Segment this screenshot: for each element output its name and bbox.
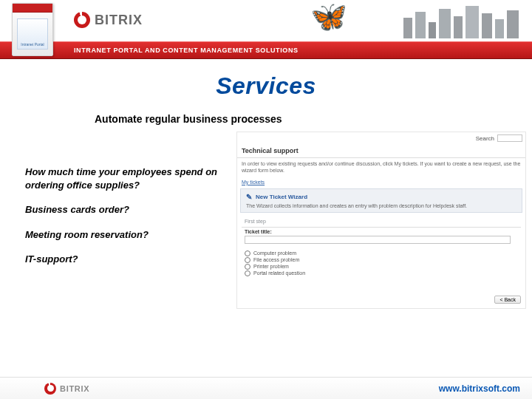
radio-portal[interactable] <box>245 270 250 276</box>
slide-footer: BITRIX www.bitrixsoft.com <box>0 377 532 399</box>
ticket-title-field: Ticket title: <box>237 228 525 247</box>
my-tickets-link[interactable]: My tickets <box>242 180 265 185</box>
product-box-caption: Intranet Portal <box>17 18 48 50</box>
radio-computer[interactable] <box>245 250 250 256</box>
ticket-title-input[interactable] <box>245 236 511 244</box>
radio-row[interactable]: Portal related question <box>245 270 518 276</box>
product-box-graphic: Intranet Portal <box>12 3 53 56</box>
divider <box>237 157 525 158</box>
skyline-graphic <box>399 3 532 38</box>
slide-title: Services <box>0 72 532 100</box>
question-list: How much time your employees spend on or… <box>25 166 239 278</box>
radio-label: Portal related question <box>253 270 305 276</box>
radio-row[interactable]: File access problem <box>245 257 518 263</box>
first-step-label: First step <box>237 213 525 227</box>
back-button[interactable]: < Back <box>494 296 521 304</box>
footer-brand: BITRIX <box>60 384 89 393</box>
radio-fileaccess[interactable] <box>245 257 250 263</box>
panel-intro: In order to view existing requests and/o… <box>237 161 525 177</box>
ticket-title-label: Ticket title: <box>245 229 518 234</box>
slide-header: Intranet Portal BITRIX 🦋 INTRANET PORTAL… <box>0 0 532 59</box>
footer-logo: BITRIX <box>44 383 89 395</box>
brand-logo: BITRIX <box>74 12 143 28</box>
bitrix-mark-icon <box>44 383 56 395</box>
wizard-title: New Ticket Wizard <box>256 194 307 200</box>
search-row: Search <box>237 132 525 144</box>
brand-name: BITRIX <box>95 13 143 28</box>
footer-url: www.bitrixsoft.com <box>439 383 520 394</box>
header-top: Intranet Portal BITRIX 🦋 <box>0 0 532 41</box>
bitrix-mark-icon <box>74 12 90 28</box>
panel-heading: Technical support <box>237 144 525 156</box>
radio-row[interactable]: Printer problem <box>245 264 518 270</box>
problem-type-radios: Computer problem File access problem Pri… <box>237 247 525 279</box>
radio-row[interactable]: Computer problem <box>245 250 518 256</box>
question-3: Meeting room reservation? <box>25 228 239 242</box>
question-2: Business cards order? <box>25 203 239 216</box>
slide-subtitle: Automate regular business processes <box>95 113 532 125</box>
question-1: How much time your employees spend on or… <box>25 166 239 191</box>
wizard-icon: ✎ <box>246 193 252 201</box>
search-label: Search <box>476 135 494 142</box>
radio-label: Computer problem <box>253 250 296 256</box>
search-input[interactable] <box>497 134 522 142</box>
helpdesk-panel: Search Technical support In order to vie… <box>236 132 526 309</box>
wizard-bar: ✎ New Ticket Wizard The Wizard collects … <box>240 188 522 213</box>
question-4: IT-support? <box>25 253 239 266</box>
radio-label: File access problem <box>253 257 299 262</box>
radio-printer[interactable] <box>245 264 250 270</box>
tagline-text: INTRANET PORTAL AND CONTENT MANAGEMENT S… <box>74 47 299 54</box>
butterfly-icon: 🦋 <box>310 1 347 31</box>
tagline-band: INTRANET PORTAL AND CONTENT MANAGEMENT S… <box>0 41 532 59</box>
radio-label: Printer problem <box>253 264 289 269</box>
wizard-desc: The Wizard collects information and crea… <box>246 203 516 208</box>
